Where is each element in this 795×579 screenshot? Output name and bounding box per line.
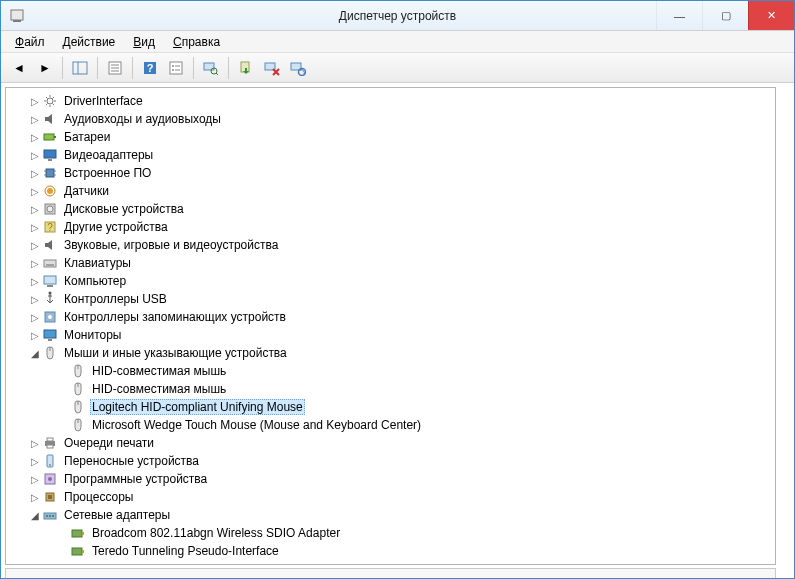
toolbar-separator <box>193 57 194 79</box>
expand-icon[interactable]: ▷ <box>28 474 42 485</box>
menu-view[interactable]: Вид <box>125 33 163 51</box>
keyboard-icon <box>42 255 58 271</box>
expand-icon[interactable]: ▷ <box>28 186 42 197</box>
tree-node-label: Broadcom 802.11abgn Wireless SDIO Adapte… <box>90 526 342 540</box>
device-tree[interactable]: ▷DriverInterface▷Аудиовходы и аудиовыход… <box>6 88 775 564</box>
tree-node[interactable]: ▷Переносные устройства <box>14 452 775 470</box>
tree-node[interactable]: ▷Программные устройства <box>14 470 775 488</box>
tree-node-label: Сетевые адаптеры <box>62 508 172 522</box>
expand-icon[interactable]: ▷ <box>28 492 42 503</box>
tree-node[interactable]: ▷Встроенное ПО <box>14 164 775 182</box>
expand-icon[interactable]: ▷ <box>28 96 42 107</box>
svg-point-37 <box>47 206 53 212</box>
tree-node[interactable]: ▷Очереди печати <box>14 434 775 452</box>
tree-node[interactable]: Broadcom 802.11abgn Wireless SDIO Adapte… <box>14 524 775 542</box>
expand-icon[interactable]: ▷ <box>28 240 42 251</box>
tree-node[interactable]: ◢Сетевые адаптеры <box>14 506 775 524</box>
tree-node-label: Звуковые, игровые и видеоустройства <box>62 238 280 252</box>
forward-button[interactable]: ► <box>33 56 57 80</box>
tree-node[interactable]: ▷Аудиовходы и аудиовыходы <box>14 110 775 128</box>
expand-icon[interactable]: ▷ <box>28 222 42 233</box>
tree-node[interactable]: ▷Клавиатуры <box>14 254 775 272</box>
tree-node[interactable]: ▷Контроллеры запоминающих устройств <box>14 308 775 326</box>
computer-search-icon <box>203 60 219 76</box>
tree-node-label: HID-совместимая мышь <box>90 382 228 396</box>
tree-node-label: DriverInterface <box>62 94 145 108</box>
tree-node[interactable]: Microsoft Wedge Touch Mouse (Mouse and K… <box>14 416 775 434</box>
svg-text:?: ? <box>47 222 53 233</box>
netcard-icon <box>70 543 86 559</box>
tree-node[interactable]: ▷?Другие устройства <box>14 218 775 236</box>
collapse-icon[interactable]: ◢ <box>28 348 42 359</box>
tree-node[interactable]: HID-совместимая мышь <box>14 362 775 380</box>
network-icon <box>42 507 58 523</box>
tree-node[interactable]: ▷Датчики <box>14 182 775 200</box>
expand-icon[interactable]: ▷ <box>28 456 42 467</box>
uninstall-button[interactable] <box>260 56 284 80</box>
expand-icon[interactable]: ▷ <box>28 438 42 449</box>
menu-action[interactable]: Действие <box>55 33 124 51</box>
panel-icon <box>72 60 88 76</box>
expand-icon[interactable]: ▷ <box>28 132 42 143</box>
maximize-button[interactable]: ▢ <box>702 1 748 30</box>
svg-point-12 <box>172 69 174 71</box>
svg-rect-49 <box>48 339 52 341</box>
computer-icon <box>42 273 58 289</box>
menu-help[interactable]: Справка <box>165 33 228 51</box>
expand-icon[interactable]: ▷ <box>28 330 42 341</box>
svg-line-17 <box>216 73 218 75</box>
expand-icon[interactable]: ▷ <box>28 114 42 125</box>
audio-icon <box>42 237 58 253</box>
tree-node[interactable]: ▷Компьютер <box>14 272 775 290</box>
svg-rect-40 <box>44 260 56 267</box>
show-hide-tree-button[interactable] <box>68 56 92 80</box>
svg-point-61 <box>48 477 52 481</box>
statusbar <box>5 568 776 579</box>
tree-node[interactable]: ▷Батареи <box>14 128 775 146</box>
disable-icon <box>290 60 306 76</box>
tree-node[interactable]: ◢Мыши и иные указывающие устройства <box>14 344 775 362</box>
expand-icon[interactable]: ▷ <box>28 312 42 323</box>
expand-icon[interactable]: ▷ <box>28 258 42 269</box>
update-driver-button[interactable] <box>234 56 258 80</box>
svg-rect-57 <box>47 445 53 448</box>
expand-icon[interactable]: ▷ <box>28 168 42 179</box>
svg-rect-48 <box>44 330 56 338</box>
back-button[interactable]: ◄ <box>7 56 31 80</box>
action-button[interactable] <box>164 56 188 80</box>
tree-node[interactable]: ▷Видеоадаптеры <box>14 146 775 164</box>
svg-point-47 <box>48 315 52 319</box>
tree-node[interactable]: Logitech HID-compliant Unifying Mouse <box>14 398 775 416</box>
svg-rect-10 <box>170 62 182 74</box>
scan-hw-button[interactable] <box>199 56 223 80</box>
disable-button[interactable] <box>286 56 310 80</box>
menubar: Файл Действие Вид Справка <box>1 31 794 53</box>
svg-rect-43 <box>44 276 56 284</box>
minimize-button[interactable]: — <box>656 1 702 30</box>
portable-icon <box>42 453 58 469</box>
tree-node[interactable]: ▷Мониторы <box>14 326 775 344</box>
expand-icon[interactable]: ▷ <box>28 204 42 215</box>
tree-node[interactable]: Teredo Tunneling Pseudo-Interface <box>14 542 775 560</box>
svg-rect-44 <box>47 285 53 287</box>
menu-file[interactable]: Файл <box>7 33 53 51</box>
tree-node[interactable]: HID-совместимая мышь <box>14 380 775 398</box>
tree-node[interactable]: ▷Звуковые, игровые и видеоустройства <box>14 236 775 254</box>
expand-icon[interactable]: ▷ <box>28 150 42 161</box>
collapse-icon[interactable]: ◢ <box>28 510 42 521</box>
tree-node[interactable]: ▷DriverInterface <box>14 92 775 110</box>
svg-rect-28 <box>48 159 52 161</box>
help-button[interactable]: ? <box>138 56 162 80</box>
gear-icon <box>42 93 58 109</box>
tree-node[interactable]: ▷Дисковые устройства <box>14 200 775 218</box>
expand-icon[interactable]: ▷ <box>28 294 42 305</box>
tree-node-label: Другие устройства <box>62 220 170 234</box>
close-button[interactable]: ✕ <box>748 1 794 30</box>
tree-node[interactable]: ▷Контроллеры USB <box>14 290 775 308</box>
properties-button[interactable] <box>103 56 127 80</box>
expand-icon[interactable]: ▷ <box>28 276 42 287</box>
svg-point-65 <box>46 515 48 517</box>
svg-rect-26 <box>54 136 56 138</box>
tree-node[interactable]: ▷Процессоры <box>14 488 775 506</box>
app-icon <box>9 8 25 24</box>
